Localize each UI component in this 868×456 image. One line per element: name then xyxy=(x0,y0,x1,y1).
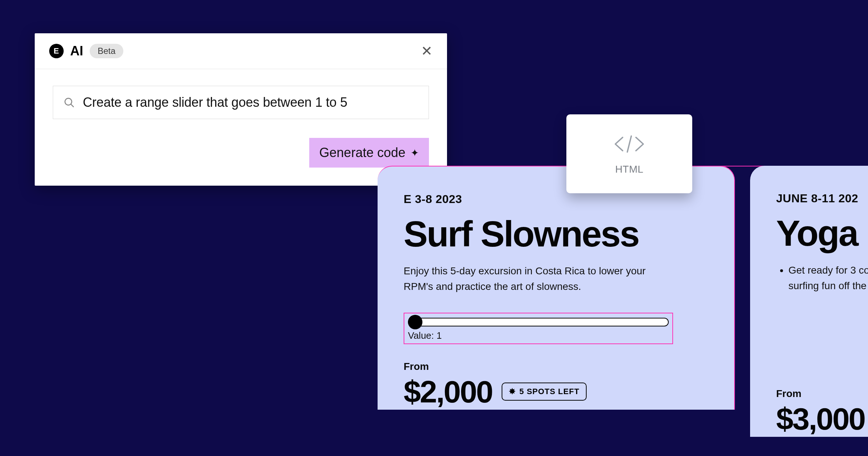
price-from-label: From xyxy=(776,388,868,400)
ai-panel: E AI Beta ✕ Create a range slider that g… xyxy=(35,33,447,186)
svg-line-1 xyxy=(71,104,73,107)
sparkle-icon: ✦ xyxy=(410,147,419,159)
range-slider-widget[interactable]: Value: 1 xyxy=(404,313,673,344)
generate-code-button[interactable]: Generate code ✦ xyxy=(309,138,429,168)
list-item: Get ready for 3 con surfing fun off the … xyxy=(788,262,868,294)
price-value: $2,000 xyxy=(404,374,492,410)
event-title: Surf Slowness xyxy=(404,215,708,252)
event-card-surf[interactable]: E 3-8 2023 Surf Slowness Enjoy this 5-da… xyxy=(378,166,735,410)
elementor-logo-icon: E xyxy=(49,44,64,58)
html-widget-label: HTML xyxy=(615,164,643,175)
spots-left-text: 5 SPOTS LEFT xyxy=(519,387,579,396)
close-icon[interactable]: ✕ xyxy=(421,44,433,58)
code-icon xyxy=(613,132,646,156)
editor-canvas: E 3-8 2023 Surf Slowness Enjoy this 5-da… xyxy=(404,166,868,456)
event-date: E 3-8 2023 xyxy=(404,193,708,206)
price-from-label: From xyxy=(404,361,708,372)
html-widget-chip[interactable]: HTML xyxy=(566,114,692,193)
price-row: $2,000 ✸ 5 SPOTS LEFT xyxy=(404,374,708,410)
prompt-value: Create a range slider that goes between … xyxy=(83,95,347,110)
price-row: $3,000 xyxy=(776,401,868,437)
price-value: $3,000 xyxy=(776,401,865,437)
event-description-list: Get ready for 3 con surfing fun off the … xyxy=(776,262,868,294)
event-card-yoga[interactable]: JUNE 8-11 202 Yoga Get ready for 3 con s… xyxy=(750,166,868,437)
spots-left-badge: ✸ 5 SPOTS LEFT xyxy=(502,383,587,401)
beta-badge: Beta xyxy=(90,44,123,58)
slider-track[interactable] xyxy=(408,318,669,326)
generate-code-label: Generate code xyxy=(319,145,405,160)
svg-line-2 xyxy=(627,136,631,152)
event-date: JUNE 8-11 202 xyxy=(776,192,868,205)
slider-thumb[interactable] xyxy=(408,315,422,329)
ai-panel-header: E AI Beta ✕ xyxy=(35,33,447,69)
search-icon xyxy=(63,97,75,108)
prompt-input[interactable]: Create a range slider that goes between … xyxy=(53,86,429,119)
slider-value-label: Value: 1 xyxy=(408,330,669,341)
event-description: Enjoy this 5-day excursion in Costa Rica… xyxy=(404,263,668,295)
event-title: Yoga xyxy=(776,215,868,252)
burst-icon: ✸ xyxy=(509,387,516,396)
ai-panel-title: AI xyxy=(70,43,83,59)
